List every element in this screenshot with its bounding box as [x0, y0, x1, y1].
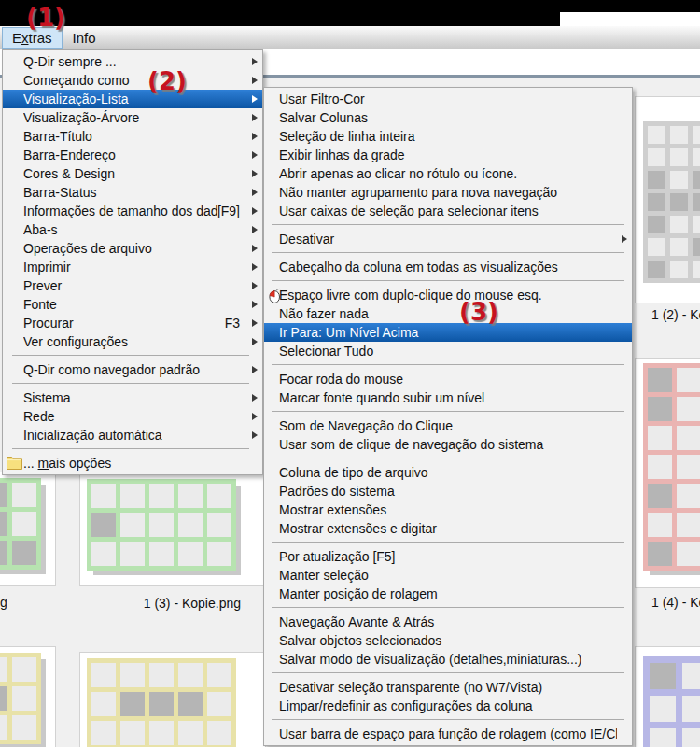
menu-item[interactable]: Manter posição de rolagem — [264, 585, 632, 603]
menu-item[interactable]: Som de Navegação do Clique — [264, 416, 632, 435]
menu-item[interactable]: Cores & Design — [3, 164, 262, 183]
grid-cell — [149, 692, 174, 716]
menu-item[interactable]: ProcurarF3 — [3, 314, 262, 332]
menu-item-label: ... mais opções — [23, 456, 247, 471]
menu-item-label: Ir Para: Um Nível Acima — [279, 325, 617, 340]
menu-item[interactable]: Salvar objetos selecionados — [264, 631, 632, 650]
menu-item-label: Manter seleção — [279, 568, 617, 583]
arrow-triangle — [252, 207, 258, 215]
menu-item[interactable]: Q-Dir sempre ... — [3, 52, 262, 71]
submenu-arrow-icon — [247, 282, 262, 289]
submenu-arrow-icon — [247, 319, 262, 327]
menu-item[interactable]: Barra-Endereço — [3, 146, 262, 164]
menu-item[interactable]: Coluna de tipo de arquivo — [264, 463, 632, 482]
menu-item-visualizacao-lista[interactable]: Visualização-Lista — [3, 90, 262, 108]
menu-item[interactable]: Salvar modo de visualização (detalhes,mi… — [264, 650, 632, 669]
menu-item[interactable]: Prever — [3, 276, 262, 295]
menu-item[interactable]: Informações de tamanho dos dados[F9] — [3, 202, 262, 220]
menu-item[interactable]: Salvar Colunas — [264, 108, 632, 127]
menu-item-label: Salvar objetos selecionados — [279, 633, 617, 648]
grid-cell — [648, 484, 672, 508]
submenu-arrow-icon — [247, 394, 262, 402]
menu-separator — [3, 351, 262, 360]
submenu-item-desativar[interactable]: Desativar — [264, 230, 632, 248]
grid-cell — [0, 686, 7, 711]
submenu-item-ir-para-um-nivel-acima[interactable]: Ir Para: Um Nível Acima — [264, 323, 632, 342]
arrow-triangle — [252, 282, 258, 289]
grid-cell — [677, 542, 700, 566]
menu-item[interactable]: Usar Filtro-Cor — [264, 90, 632, 108]
grid-cell — [178, 542, 203, 566]
menu-item[interactable]: Mostrar extensões e digitar — [264, 519, 632, 538]
menu-item[interactable]: Limpar/redefinir as configurações da col… — [264, 697, 632, 715]
menu-item[interactable]: Sistema — [3, 388, 262, 407]
file-name-label[interactable]: g — [0, 595, 13, 610]
menu-item[interactable]: Usar som de clique de navegação do siste… — [264, 435, 632, 454]
file-name-label[interactable]: 1 (2) - Kopie — [651, 307, 700, 322]
menu-item[interactable]: Fonte — [3, 295, 262, 314]
menu-item[interactable]: Aba-s — [3, 220, 262, 239]
menu-item[interactable]: Mostrar extensões — [264, 500, 632, 519]
arrow-triangle — [252, 431, 258, 439]
submenu-item-espaco-livre[interactable]: Espaço livre com duplo-clique do mouse e… — [264, 286, 632, 304]
file-thumb-yellow-small[interactable] — [0, 646, 56, 747]
arrow-triangle — [252, 189, 258, 196]
menu-item[interactable]: Operações de arquivo — [3, 239, 262, 258]
menu-item[interactable]: Cabeçalho da coluna em todas as visualiz… — [264, 258, 632, 276]
menu-item[interactable]: Padrões do sistema — [264, 482, 632, 500]
menu-item[interactable]: Selecionar Tudo — [264, 342, 632, 360]
file-thumb-green-large[interactable] — [79, 472, 266, 586]
file-name-label[interactable]: 1 (4) - Kopie — [651, 595, 700, 610]
menu-item[interactable]: Desativar seleção transparente (no W7/Vi… — [264, 678, 632, 697]
menu-item[interactable]: Manter seleção — [264, 566, 632, 585]
submenu-arrow-icon — [247, 413, 262, 420]
menu-item[interactable]: Ver configurações — [3, 332, 262, 351]
grid-cell — [670, 171, 688, 189]
grid-cell — [648, 368, 672, 392]
menu-item[interactable]: Não fazer nada — [264, 304, 632, 323]
file-thumb-gray[interactable] — [635, 96, 700, 303]
menu-item-mais-opcoes[interactable]: ... mais opções — [3, 454, 262, 472]
grid-cell — [149, 721, 174, 745]
menu-separator — [264, 454, 632, 463]
menu-item-shortcut: F3 — [225, 316, 240, 331]
menu-item[interactable]: Navegação Avante & Atrás — [264, 613, 632, 631]
menu-item[interactable]: Marcar fonte quando subir um nível — [264, 388, 632, 407]
menu-item[interactable]: Barra-Status — [3, 183, 262, 202]
submenu-arrow-icon — [247, 245, 262, 252]
file-name-label[interactable]: 1 (3) - Kopie.png — [79, 596, 241, 611]
menu-item[interactable]: Abrir apenas ao clicar no rótulo ou ícon… — [264, 164, 632, 183]
menu-item[interactable]: Por atualização [F5] — [264, 547, 632, 566]
menu-item-shortcut: [F9] — [217, 204, 240, 218]
menu-item[interactable]: Q-Dir como navegador padrão — [3, 360, 262, 379]
menu-item[interactable]: Usar barra de espaço para função de rola… — [264, 725, 632, 743]
grid-cell — [0, 657, 7, 682]
submenu-arrow-icon — [247, 301, 262, 308]
menu-item[interactable]: Começando como — [3, 71, 262, 90]
menu-item-label: Informações de tamanho dos dados — [23, 204, 217, 218]
file-thumb-pink[interactable] — [635, 358, 700, 588]
menu-item[interactable]: Barra-Título — [3, 127, 262, 146]
menubar-item-info[interactable]: Info — [63, 27, 106, 49]
grid-cell — [12, 541, 36, 565]
menu-item[interactable]: Focar roda do mouse — [264, 370, 632, 388]
menu-item[interactable]: Rede — [3, 407, 262, 426]
menu-separator — [3, 444, 262, 454]
menu-item[interactable]: Seleção de linha inteira — [264, 127, 632, 146]
file-thumb-purple[interactable] — [635, 646, 700, 747]
menu-item[interactable]: Não manter agrupamento para nova navegaç… — [264, 183, 632, 202]
menu-item[interactable]: Imprimir — [3, 258, 262, 276]
menu-item[interactable]: Exibir linhas da grade — [264, 146, 632, 164]
file-thumb-yellow-large[interactable] — [79, 652, 266, 747]
menu-item[interactable]: Visualização-Árvore — [3, 108, 262, 127]
menu-item[interactable]: Usar caixas de seleção para selecionar i… — [264, 202, 632, 220]
file-thumb-green-small[interactable] — [0, 472, 56, 586]
arrow-triangle — [252, 77, 258, 84]
menu-item-label: Q-Dir sempre ... — [23, 54, 247, 69]
menu-separator — [3, 379, 262, 388]
arrow-triangle — [252, 394, 258, 402]
grid-cell — [693, 126, 700, 144]
menu-item-label: Q-Dir como navegador padrão — [23, 362, 247, 377]
submenu-arrow-icon — [247, 366, 262, 374]
menu-item[interactable]: Inicialização automática — [3, 426, 262, 444]
